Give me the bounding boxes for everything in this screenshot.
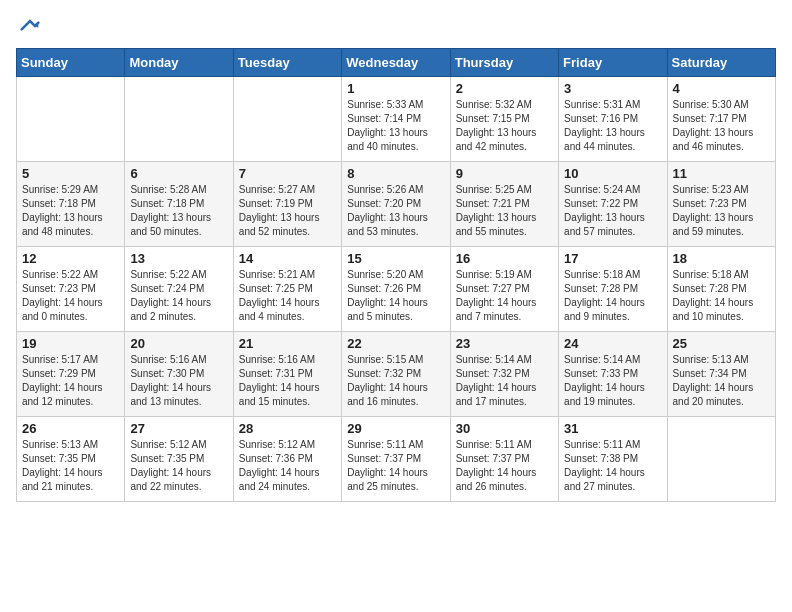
day-info: Sunrise: 5:11 AM Sunset: 7:37 PM Dayligh…	[347, 438, 444, 494]
day-info: Sunrise: 5:23 AM Sunset: 7:23 PM Dayligh…	[673, 183, 770, 239]
day-info: Sunrise: 5:14 AM Sunset: 7:32 PM Dayligh…	[456, 353, 553, 409]
calendar-cell: 15Sunrise: 5:20 AM Sunset: 7:26 PM Dayli…	[342, 247, 450, 332]
day-info: Sunrise: 5:32 AM Sunset: 7:15 PM Dayligh…	[456, 98, 553, 154]
day-info: Sunrise: 5:26 AM Sunset: 7:20 PM Dayligh…	[347, 183, 444, 239]
day-info: Sunrise: 5:12 AM Sunset: 7:35 PM Dayligh…	[130, 438, 227, 494]
day-number: 5	[22, 166, 119, 181]
calendar-cell: 24Sunrise: 5:14 AM Sunset: 7:33 PM Dayli…	[559, 332, 667, 417]
day-number: 4	[673, 81, 770, 96]
day-number: 11	[673, 166, 770, 181]
day-info: Sunrise: 5:19 AM Sunset: 7:27 PM Dayligh…	[456, 268, 553, 324]
day-number: 14	[239, 251, 336, 266]
calendar-cell: 22Sunrise: 5:15 AM Sunset: 7:32 PM Dayli…	[342, 332, 450, 417]
day-info: Sunrise: 5:17 AM Sunset: 7:29 PM Dayligh…	[22, 353, 119, 409]
day-info: Sunrise: 5:21 AM Sunset: 7:25 PM Dayligh…	[239, 268, 336, 324]
day-number: 3	[564, 81, 661, 96]
day-info: Sunrise: 5:28 AM Sunset: 7:18 PM Dayligh…	[130, 183, 227, 239]
calendar-cell: 26Sunrise: 5:13 AM Sunset: 7:35 PM Dayli…	[17, 417, 125, 502]
day-info: Sunrise: 5:18 AM Sunset: 7:28 PM Dayligh…	[564, 268, 661, 324]
day-info: Sunrise: 5:20 AM Sunset: 7:26 PM Dayligh…	[347, 268, 444, 324]
calendar-cell: 3Sunrise: 5:31 AM Sunset: 7:16 PM Daylig…	[559, 77, 667, 162]
day-number: 8	[347, 166, 444, 181]
calendar-cell: 5Sunrise: 5:29 AM Sunset: 7:18 PM Daylig…	[17, 162, 125, 247]
calendar-cell: 25Sunrise: 5:13 AM Sunset: 7:34 PM Dayli…	[667, 332, 775, 417]
header-tuesday: Tuesday	[233, 49, 341, 77]
calendar-cell: 13Sunrise: 5:22 AM Sunset: 7:24 PM Dayli…	[125, 247, 233, 332]
header-wednesday: Wednesday	[342, 49, 450, 77]
header-monday: Monday	[125, 49, 233, 77]
day-number: 23	[456, 336, 553, 351]
logo	[16, 16, 40, 36]
calendar-cell	[233, 77, 341, 162]
day-number: 22	[347, 336, 444, 351]
day-number: 29	[347, 421, 444, 436]
week-row-4: 26Sunrise: 5:13 AM Sunset: 7:35 PM Dayli…	[17, 417, 776, 502]
calendar-cell: 28Sunrise: 5:12 AM Sunset: 7:36 PM Dayli…	[233, 417, 341, 502]
day-number: 27	[130, 421, 227, 436]
day-info: Sunrise: 5:11 AM Sunset: 7:38 PM Dayligh…	[564, 438, 661, 494]
calendar-cell: 9Sunrise: 5:25 AM Sunset: 7:21 PM Daylig…	[450, 162, 558, 247]
day-number: 13	[130, 251, 227, 266]
week-row-1: 5Sunrise: 5:29 AM Sunset: 7:18 PM Daylig…	[17, 162, 776, 247]
day-info: Sunrise: 5:27 AM Sunset: 7:19 PM Dayligh…	[239, 183, 336, 239]
calendar-cell: 12Sunrise: 5:22 AM Sunset: 7:23 PM Dayli…	[17, 247, 125, 332]
day-info: Sunrise: 5:12 AM Sunset: 7:36 PM Dayligh…	[239, 438, 336, 494]
day-number: 7	[239, 166, 336, 181]
calendar-table: SundayMondayTuesdayWednesdayThursdayFrid…	[16, 48, 776, 502]
day-number: 25	[673, 336, 770, 351]
day-number: 19	[22, 336, 119, 351]
header-saturday: Saturday	[667, 49, 775, 77]
day-number: 9	[456, 166, 553, 181]
day-number: 16	[456, 251, 553, 266]
day-number: 15	[347, 251, 444, 266]
day-number: 6	[130, 166, 227, 181]
day-number: 18	[673, 251, 770, 266]
day-number: 17	[564, 251, 661, 266]
week-row-0: 1Sunrise: 5:33 AM Sunset: 7:14 PM Daylig…	[17, 77, 776, 162]
calendar-cell: 20Sunrise: 5:16 AM Sunset: 7:30 PM Dayli…	[125, 332, 233, 417]
day-info: Sunrise: 5:33 AM Sunset: 7:14 PM Dayligh…	[347, 98, 444, 154]
day-info: Sunrise: 5:14 AM Sunset: 7:33 PM Dayligh…	[564, 353, 661, 409]
header-friday: Friday	[559, 49, 667, 77]
day-info: Sunrise: 5:15 AM Sunset: 7:32 PM Dayligh…	[347, 353, 444, 409]
day-info: Sunrise: 5:30 AM Sunset: 7:17 PM Dayligh…	[673, 98, 770, 154]
day-number: 1	[347, 81, 444, 96]
calendar-cell: 16Sunrise: 5:19 AM Sunset: 7:27 PM Dayli…	[450, 247, 558, 332]
day-info: Sunrise: 5:13 AM Sunset: 7:35 PM Dayligh…	[22, 438, 119, 494]
calendar-cell: 2Sunrise: 5:32 AM Sunset: 7:15 PM Daylig…	[450, 77, 558, 162]
calendar-cell: 30Sunrise: 5:11 AM Sunset: 7:37 PM Dayli…	[450, 417, 558, 502]
calendar-cell: 17Sunrise: 5:18 AM Sunset: 7:28 PM Dayli…	[559, 247, 667, 332]
day-info: Sunrise: 5:31 AM Sunset: 7:16 PM Dayligh…	[564, 98, 661, 154]
day-number: 26	[22, 421, 119, 436]
calendar-cell: 19Sunrise: 5:17 AM Sunset: 7:29 PM Dayli…	[17, 332, 125, 417]
day-number: 30	[456, 421, 553, 436]
day-number: 31	[564, 421, 661, 436]
page-header	[16, 16, 776, 36]
calendar-cell	[17, 77, 125, 162]
day-info: Sunrise: 5:16 AM Sunset: 7:31 PM Dayligh…	[239, 353, 336, 409]
calendar-cell: 18Sunrise: 5:18 AM Sunset: 7:28 PM Dayli…	[667, 247, 775, 332]
day-info: Sunrise: 5:22 AM Sunset: 7:24 PM Dayligh…	[130, 268, 227, 324]
calendar-cell: 29Sunrise: 5:11 AM Sunset: 7:37 PM Dayli…	[342, 417, 450, 502]
day-info: Sunrise: 5:29 AM Sunset: 7:18 PM Dayligh…	[22, 183, 119, 239]
calendar-cell: 10Sunrise: 5:24 AM Sunset: 7:22 PM Dayli…	[559, 162, 667, 247]
calendar-cell: 31Sunrise: 5:11 AM Sunset: 7:38 PM Dayli…	[559, 417, 667, 502]
day-info: Sunrise: 5:11 AM Sunset: 7:37 PM Dayligh…	[456, 438, 553, 494]
header-thursday: Thursday	[450, 49, 558, 77]
calendar-cell: 27Sunrise: 5:12 AM Sunset: 7:35 PM Dayli…	[125, 417, 233, 502]
logo-icon	[20, 16, 40, 36]
calendar-cell: 4Sunrise: 5:30 AM Sunset: 7:17 PM Daylig…	[667, 77, 775, 162]
day-info: Sunrise: 5:13 AM Sunset: 7:34 PM Dayligh…	[673, 353, 770, 409]
day-info: Sunrise: 5:22 AM Sunset: 7:23 PM Dayligh…	[22, 268, 119, 324]
calendar-cell: 14Sunrise: 5:21 AM Sunset: 7:25 PM Dayli…	[233, 247, 341, 332]
calendar-cell: 7Sunrise: 5:27 AM Sunset: 7:19 PM Daylig…	[233, 162, 341, 247]
calendar-cell: 11Sunrise: 5:23 AM Sunset: 7:23 PM Dayli…	[667, 162, 775, 247]
day-info: Sunrise: 5:24 AM Sunset: 7:22 PM Dayligh…	[564, 183, 661, 239]
week-row-2: 12Sunrise: 5:22 AM Sunset: 7:23 PM Dayli…	[17, 247, 776, 332]
day-number: 21	[239, 336, 336, 351]
calendar-cell	[667, 417, 775, 502]
header-row: SundayMondayTuesdayWednesdayThursdayFrid…	[17, 49, 776, 77]
day-info: Sunrise: 5:16 AM Sunset: 7:30 PM Dayligh…	[130, 353, 227, 409]
calendar-cell: 8Sunrise: 5:26 AM Sunset: 7:20 PM Daylig…	[342, 162, 450, 247]
day-number: 10	[564, 166, 661, 181]
